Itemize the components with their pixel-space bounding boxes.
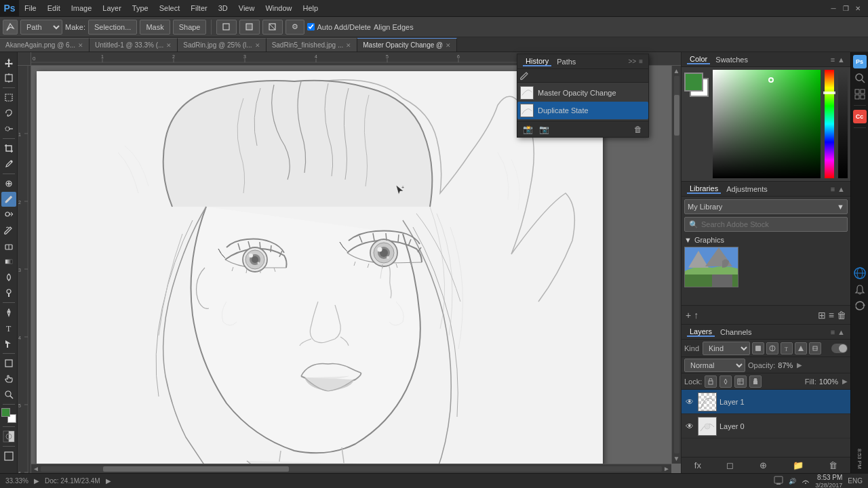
- menu-image[interactable]: Image: [66, 0, 98, 16]
- color-picker-gradient-area[interactable]: [713, 70, 821, 178]
- healing-tool[interactable]: [1, 176, 16, 191]
- color-panel-collapse[interactable]: ▲: [837, 56, 845, 64]
- color-panel-menu[interactable]: ≡: [831, 56, 835, 64]
- channels-tab[interactable]: Channels: [717, 328, 754, 336]
- layers-tab[interactable]: Layers: [687, 327, 715, 337]
- library-search[interactable]: 🔍: [684, 217, 848, 232]
- minimize-button[interactable]: ─: [829, 3, 838, 13]
- layers-menu[interactable]: ≡: [831, 328, 835, 336]
- swatches-tab[interactable]: Swatches: [713, 56, 751, 64]
- opacity-slider[interactable]: [838, 70, 848, 178]
- dodge-tool[interactable]: [1, 285, 16, 300]
- network-icon[interactable]: [802, 476, 810, 486]
- layer-fx-btn[interactable]: fx: [690, 460, 705, 470]
- delete-item-btn[interactable]: 🗑: [837, 310, 846, 321]
- ie-icon[interactable]: [853, 266, 867, 280]
- adjustments-tab[interactable]: Adjustments: [724, 185, 770, 193]
- history-brush-tool[interactable]: [1, 223, 16, 238]
- history-camera-btn[interactable]: 📷: [538, 123, 550, 136]
- hue-slider[interactable]: [825, 70, 834, 178]
- gear-btn[interactable]: ⚙: [285, 20, 304, 35]
- foreground-color-swatch[interactable]: [1, 408, 10, 417]
- history-item-0[interactable]: Master Opacity Change: [517, 84, 648, 102]
- menu-select[interactable]: Select: [154, 0, 186, 16]
- marquee-tool[interactable]: [1, 90, 16, 105]
- quick-select-tool[interactable]: [1, 121, 16, 136]
- layers-collapse[interactable]: ▲: [837, 328, 845, 336]
- history-panel-tab[interactable]: History: [523, 57, 551, 66]
- fill-stepper[interactable]: ▶: [842, 378, 848, 385]
- cloud-sync-btn[interactable]: ↑: [694, 310, 698, 321]
- filter-smart-btn[interactable]: [809, 342, 821, 354]
- screen-mode-btn[interactable]: [1, 449, 16, 464]
- path-tool-icon[interactable]: [3, 20, 18, 35]
- paths-panel-tab[interactable]: Paths: [554, 58, 578, 66]
- menu-filter[interactable]: Filter: [185, 0, 212, 16]
- menu-3d[interactable]: 3D: [213, 0, 233, 16]
- path-ops-btn2[interactable]: [239, 20, 260, 35]
- history-item-1[interactable]: Duplicate State: [517, 102, 648, 119]
- menu-type[interactable]: Type: [127, 0, 154, 16]
- clone-tool[interactable]: [1, 207, 16, 222]
- filter-toggle[interactable]: [831, 344, 848, 353]
- tab-3[interactable]: SadRin5_finished.jpg ... ✕: [267, 38, 358, 52]
- eyedropper-tool[interactable]: [1, 157, 16, 171]
- artboard-tool[interactable]: [1, 70, 16, 85]
- pen-tool[interactable]: [1, 305, 16, 320]
- library-dropdown[interactable]: My Library ▼: [684, 199, 848, 214]
- foreground-color[interactable]: [684, 73, 703, 92]
- lock-position-btn[interactable]: [719, 375, 732, 388]
- lock-all-btn[interactable]: [749, 375, 762, 388]
- opacity-stepper[interactable]: ▶: [797, 361, 802, 369]
- auto-add-delete-input[interactable]: [307, 23, 315, 30]
- layer-row-1[interactable]: 👁 Layer 1: [682, 390, 850, 414]
- shape-tool[interactable]: [1, 356, 16, 371]
- library-search-input[interactable]: [701, 220, 843, 228]
- fill-value[interactable]: 100%: [819, 378, 838, 386]
- layer-1-visibility[interactable]: 👁: [684, 396, 695, 407]
- move-tool[interactable]: [1, 55, 16, 70]
- list-view-btn[interactable]: ≡: [829, 310, 834, 321]
- crop-tool[interactable]: [1, 141, 16, 156]
- cc-app-icon[interactable]: Cc: [853, 110, 867, 123]
- selection-btn[interactable]: Selection...: [88, 20, 137, 35]
- lock-pixels-btn[interactable]: [705, 375, 717, 388]
- quick-mask-btn[interactable]: [1, 429, 16, 444]
- hand-tool[interactable]: [1, 371, 16, 386]
- lock-artboard-btn[interactable]: [734, 375, 747, 388]
- menu-help[interactable]: Help: [298, 0, 324, 16]
- color-tab[interactable]: Color: [687, 55, 710, 64]
- color-gradient[interactable]: [713, 70, 821, 178]
- type-tool[interactable]: T: [1, 321, 16, 336]
- zoom-tool[interactable]: [1, 387, 16, 402]
- grid-view-btn[interactable]: ⊞: [818, 310, 826, 321]
- v-scroll-up[interactable]: ▲: [673, 67, 680, 75]
- foreground-background-colors[interactable]: [1, 408, 16, 423]
- horizontal-scrollbar[interactable]: ◄ ►: [31, 464, 671, 473]
- close-button[interactable]: ✕: [853, 3, 863, 13]
- filter-shape-btn[interactable]: [795, 342, 807, 354]
- history-expand-btn[interactable]: >>: [628, 58, 636, 65]
- sync-icon[interactable]: [853, 299, 867, 312]
- history-menu-btn[interactable]: ≡: [639, 58, 643, 65]
- v-scroll-down[interactable]: ▼: [673, 455, 680, 462]
- filter-adj-btn[interactable]: [766, 342, 778, 354]
- tab-1[interactable]: Untitled-1 @ 33.3% (... ✕: [90, 38, 178, 52]
- path-ops-btn3[interactable]: [262, 20, 283, 35]
- libs-panel-collapse[interactable]: ▲: [837, 185, 845, 193]
- menu-window[interactable]: Window: [260, 0, 297, 16]
- mask-btn[interactable]: Mask: [140, 20, 170, 35]
- layer-adj-btn[interactable]: ⊕: [755, 460, 771, 470]
- v-scroll-thumb[interactable]: [674, 95, 679, 136]
- status-arrow[interactable]: ▶: [34, 477, 39, 485]
- tab-0[interactable]: AkaneAgain.png @ 6... ✕: [0, 38, 90, 52]
- libs-panel-menu[interactable]: ≡: [831, 185, 835, 193]
- history-snapshot-btn[interactable]: 📸: [521, 123, 534, 136]
- graphics-thumbnail[interactable]: [684, 247, 738, 287]
- filter-type-btn[interactable]: T: [781, 342, 793, 354]
- history-delete-btn[interactable]: 🗑: [632, 123, 644, 136]
- tab-1-close[interactable]: ✕: [166, 42, 172, 49]
- restore-button[interactable]: ❐: [841, 3, 850, 13]
- gradient-tool[interactable]: [1, 254, 16, 269]
- search-app-icon[interactable]: [853, 71, 867, 85]
